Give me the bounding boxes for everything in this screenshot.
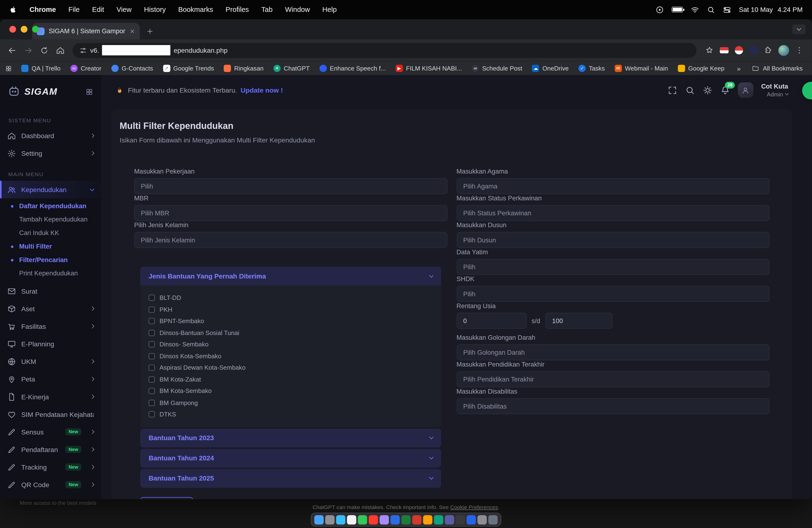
- dock-app-icon[interactable]: [477, 515, 487, 524]
- back-button[interactable]: [4, 42, 20, 58]
- menubar-menu-help[interactable]: Help: [322, 6, 337, 14]
- browser-menu-icon[interactable]: ⋮: [795, 46, 803, 55]
- sidebar-item-kependudukan[interactable]: Kependudukan: [0, 181, 101, 198]
- select-masukkan-disabilitas[interactable]: Pilih Disabilitas: [456, 398, 769, 414]
- sidebar-subitem-daftar-kependudukan[interactable]: Daftar Kependudukan: [0, 200, 101, 213]
- dock-app-icon[interactable]: [455, 515, 465, 524]
- wifi-icon[interactable]: [691, 5, 699, 14]
- dock-app-icon[interactable]: [401, 515, 410, 524]
- sidebar-item-surat[interactable]: Surat: [0, 282, 101, 300]
- select-mbr[interactable]: Pilih MBR: [134, 205, 447, 221]
- sidebar-item-dashboard[interactable]: Dashboard: [0, 127, 101, 144]
- dark-extension-icon[interactable]: [749, 46, 758, 54]
- bookmark-star-icon[interactable]: [706, 46, 714, 54]
- flag-badge-extension-icon[interactable]: [735, 46, 743, 54]
- new-tab-button[interactable]: [143, 25, 157, 38]
- apple-menu-icon[interactable]: [9, 5, 17, 14]
- forward-button[interactable]: [20, 42, 36, 58]
- screen-mirroring-icon[interactable]: [655, 5, 664, 14]
- menubar-menu-window[interactable]: Window: [285, 6, 310, 14]
- bookmark-google-trends[interactable]: ↗Google Trends: [159, 63, 218, 74]
- all-bookmarks-button[interactable]: All Bookmarks: [748, 63, 807, 74]
- checkbox-icon[interactable]: [149, 411, 155, 417]
- checkbox-icon[interactable]: [149, 376, 155, 382]
- benefit-option-dinsos-bantuan-sosial-tunai[interactable]: Dinsos-Bantuan Sosial Tunai: [149, 329, 433, 336]
- dock-app-icon[interactable]: [314, 515, 324, 524]
- close-tab-icon[interactable]: [129, 28, 135, 34]
- bookmarks-overflow-button[interactable]: »: [732, 64, 746, 72]
- dock-app-icon[interactable]: [369, 515, 378, 524]
- indonesia-flag-extension-icon[interactable]: [720, 47, 729, 53]
- tab-search-button[interactable]: [792, 25, 806, 34]
- dock-app-icon[interactable]: [325, 515, 335, 524]
- select-shdk[interactable]: Pilih: [456, 286, 769, 302]
- minimize-window-button[interactable]: [21, 26, 27, 32]
- home-button[interactable]: [52, 42, 68, 58]
- benefit-option-bm-gampong[interactable]: BM Gampong: [149, 399, 433, 406]
- search-icon[interactable]: [685, 85, 695, 95]
- menubar-menu-tab[interactable]: Tab: [261, 6, 273, 14]
- checkbox-icon[interactable]: [149, 329, 155, 336]
- benefit-option-pkh[interactable]: PKH: [149, 306, 433, 313]
- select-masukkan-pendidikan-terakhir[interactable]: Pilih Pendidikan Terakhir: [456, 371, 769, 387]
- sidebar-item-e-kinerja[interactable]: E-Kinerja: [0, 388, 101, 406]
- select-masukkan-pekerjaan[interactable]: Pilih: [134, 178, 447, 194]
- benefit-option-bm-kota-zakat[interactable]: BM Kota-Zakat: [149, 376, 433, 383]
- dock-app-icon[interactable]: [423, 515, 432, 524]
- select-masukkan-golongan-darah[interactable]: Pilih Golongan Darah: [456, 344, 769, 361]
- select-masukkan-agama[interactable]: Pilih Agama: [456, 178, 769, 194]
- select-masukkan-status-perkawinan[interactable]: Pilih Status Perkawinan: [456, 205, 769, 221]
- sidebar-subitem-cari-induk-kk[interactable]: Cari Induk KK: [0, 226, 101, 240]
- sidebar-item-setting[interactable]: Setting: [0, 144, 101, 162]
- benefit-accordion-header[interactable]: Jenis Bantuan Yang Pernah Diterima: [140, 267, 441, 285]
- sidebar-subitem-multi-filter[interactable]: Multi Filter: [0, 240, 101, 253]
- sidebar-item-ukm[interactable]: UKM: [0, 353, 101, 370]
- bookmark-webmail-main[interactable]: ✉Webmail - Main: [610, 63, 672, 74]
- dock-app-icon[interactable]: [488, 515, 498, 524]
- submit-button-partial[interactable]: [140, 497, 193, 499]
- dock-app-icon[interactable]: [412, 515, 421, 524]
- benefit-option-blt-dd[interactable]: BLT-DD: [149, 294, 433, 302]
- dock-app-icon[interactable]: [434, 515, 443, 524]
- fullscreen-icon[interactable]: [667, 85, 677, 95]
- zoom-window-button[interactable]: [32, 26, 39, 32]
- browser-tab[interactable]: SIGAM 6 | Sistem Gampong V: [32, 23, 140, 40]
- user-menu[interactable]: Cot Kuta Admin: [761, 83, 788, 97]
- control-center-icon[interactable]: [723, 5, 731, 14]
- menubar-menu-edit[interactable]: Edit: [92, 6, 104, 14]
- bookmark-film-kisah-nabi[interactable]: ▶FILM KISAH NABI...: [392, 63, 466, 74]
- age-to-input[interactable]: [545, 313, 613, 329]
- sidebar-subitem-filter-pencarian[interactable]: Filter/Pencarian: [0, 253, 101, 267]
- sidebar-item-sim-pendataan-kejahatan[interactable]: SIM Pendataan Kejahatan: [0, 406, 101, 423]
- bookmark-onedrive[interactable]: ☁OneDrive: [528, 63, 573, 74]
- spotlight-search-icon[interactable]: [707, 5, 715, 14]
- accordion-bantuan-tahun-2023[interactable]: Bantuan Tahun 2023: [140, 428, 441, 447]
- bookmark-chatgpt[interactable]: ✳ChatGPT: [269, 63, 314, 74]
- reload-button[interactable]: [36, 42, 53, 58]
- benefit-option-dtks[interactable]: DTKS: [149, 411, 433, 418]
- dock-app-icon[interactable]: [466, 515, 476, 524]
- checkbox-icon[interactable]: [149, 364, 155, 371]
- dock-app-icon[interactable]: [380, 515, 389, 524]
- menubar-menu-bookmarks[interactable]: Bookmarks: [178, 6, 213, 14]
- accordion-bantuan-tahun-2025[interactable]: Bantuan Tahun 2025: [140, 469, 441, 488]
- bookmark-g-contacts[interactable]: G-Contacts: [107, 63, 157, 74]
- bookmark-schedule-post[interactable]: ∞Schedule Post: [468, 63, 526, 74]
- sidebar-pin-icon[interactable]: [86, 88, 93, 96]
- checkbox-icon[interactable]: [149, 353, 155, 359]
- sidebar-item-qr-code[interactable]: QR CodeNew: [0, 476, 101, 493]
- theme-sun-icon[interactable]: [702, 85, 712, 95]
- dock-app-icon[interactable]: [445, 515, 454, 524]
- battery-icon[interactable]: [671, 6, 683, 12]
- benefit-option-dinsos-sembako[interactable]: Dinsos- Sembako: [149, 341, 433, 348]
- notifications-bell-icon[interactable]: 28: [720, 85, 730, 95]
- sidebar-subitem-print-kependudukan[interactable]: Print Kependudukan: [0, 267, 101, 280]
- sidebar-item-fasilitas[interactable]: Fasilitas: [0, 318, 101, 335]
- accordion-bantuan-tahun-2024[interactable]: Bantuan Tahun 2024: [140, 449, 441, 468]
- sidebar-item-aset[interactable]: Aset: [0, 300, 101, 318]
- benefit-option-aspirasi-dewan-kota-sembako[interactable]: Aspirasi Dewan Kota-Sembako: [149, 364, 433, 371]
- bookmark-qa-trello[interactable]: QA | Trello: [17, 63, 64, 74]
- sidebar-item-e-planning[interactable]: E-Planning: [0, 335, 101, 353]
- user-avatar[interactable]: [738, 83, 753, 98]
- checkbox-icon[interactable]: [149, 399, 155, 406]
